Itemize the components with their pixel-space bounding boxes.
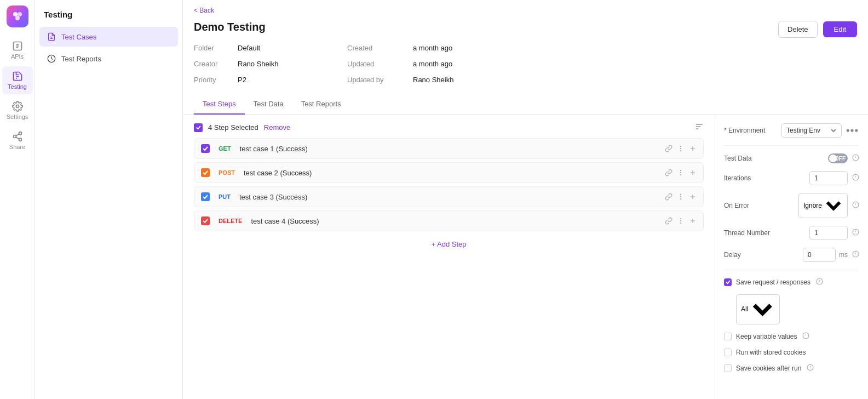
sort-icon[interactable] bbox=[695, 122, 704, 133]
step-1-link-icon[interactable] bbox=[665, 145, 672, 152]
remove-selection-link[interactable]: Remove bbox=[264, 123, 290, 132]
save-cookies-info-icon[interactable] bbox=[807, 364, 814, 373]
step-2-add-icon[interactable] bbox=[689, 169, 697, 176]
toggle-track[interactable]: OFF bbox=[828, 153, 848, 163]
step-2-link-icon[interactable] bbox=[665, 169, 672, 176]
svg-point-25 bbox=[680, 175, 681, 175]
test-reports-label: Test Reports bbox=[61, 55, 101, 63]
on-error-select[interactable]: Ignore bbox=[798, 193, 848, 218]
thread-number-row: Thread Number bbox=[724, 226, 859, 240]
environment-label: * Environment bbox=[724, 127, 773, 134]
save-all-select[interactable]: All bbox=[736, 294, 780, 324]
header-actions: Delete Edit bbox=[778, 21, 857, 38]
back-link[interactable]: < Back bbox=[194, 7, 857, 14]
step-4-link-icon[interactable] bbox=[665, 217, 672, 225]
app-logo bbox=[7, 5, 28, 27]
tab-test-data[interactable]: Test Data bbox=[245, 94, 292, 115]
thread-number-label: Thread Number bbox=[724, 229, 773, 237]
tab-test-steps[interactable]: Test Steps bbox=[194, 94, 245, 115]
test-data-info-icon[interactable] bbox=[852, 154, 859, 163]
iterations-info-icon[interactable] bbox=[852, 174, 859, 183]
thread-number-input[interactable] bbox=[809, 226, 848, 240]
delay-control: ms bbox=[778, 248, 859, 262]
step-4-method: DELETE bbox=[215, 216, 245, 225]
sidebar-item-apis[interactable]: APIs bbox=[2, 36, 33, 64]
step-4-checkbox[interactable] bbox=[201, 216, 210, 225]
sidebar-item-test-reports[interactable]: Test Reports bbox=[39, 49, 178, 69]
sidebar-item-test-cases[interactable]: Test Cases bbox=[39, 27, 178, 47]
step-3-name: test case 3 (Success) bbox=[239, 193, 659, 201]
step-4-more-icon[interactable] bbox=[677, 217, 685, 225]
environment-select[interactable]: Testing Env bbox=[781, 123, 842, 138]
delay-label: Delay bbox=[724, 251, 773, 259]
delay-input-group: ms bbox=[803, 248, 859, 262]
svg-point-39 bbox=[850, 129, 853, 132]
iterations-input[interactable] bbox=[809, 171, 848, 185]
on-error-info-icon[interactable] bbox=[852, 201, 859, 210]
step-3-add-icon[interactable] bbox=[689, 193, 697, 201]
step-3-link-icon[interactable] bbox=[665, 193, 672, 201]
svg-point-33 bbox=[680, 218, 681, 219]
right-panel: * Environment Testing Env Test Dat bbox=[715, 115, 868, 399]
on-error-control: Ignore bbox=[778, 193, 859, 218]
svg-point-20 bbox=[680, 151, 681, 151]
add-step-button[interactable]: + Add Step bbox=[194, 235, 704, 254]
delete-button[interactable]: Delete bbox=[778, 21, 818, 38]
edit-button[interactable]: Edit bbox=[823, 21, 857, 37]
table-row: GET test case 1 (Success) bbox=[194, 138, 704, 159]
keep-variable-checkbox[interactable] bbox=[724, 333, 732, 340]
iterations-row: Iterations bbox=[724, 171, 859, 185]
sidebar-item-testing[interactable]: Testing bbox=[2, 66, 33, 94]
created-label: Created bbox=[347, 42, 413, 54]
step-3-method: PUT bbox=[215, 192, 234, 201]
top-bar: < Back bbox=[183, 0, 868, 21]
thread-number-info-icon[interactable] bbox=[852, 229, 859, 237]
select-all-checkbox[interactable] bbox=[194, 123, 203, 132]
on-error-row: On Error Ignore bbox=[724, 193, 859, 218]
step-2-checkbox[interactable] bbox=[201, 168, 210, 177]
updated-label: Updated bbox=[347, 58, 413, 70]
step-1-more-icon[interactable] bbox=[677, 145, 685, 152]
table-row: PUT test case 3 (Success) bbox=[194, 186, 704, 207]
tab-test-reports[interactable]: Test Reports bbox=[292, 94, 350, 115]
environment-value: Testing Env bbox=[786, 127, 827, 134]
svg-point-0 bbox=[13, 12, 18, 16]
settings-label: Settings bbox=[7, 113, 28, 120]
keep-variable-row: Keep variable values bbox=[724, 332, 859, 341]
step-1-checkbox[interactable] bbox=[201, 144, 210, 153]
selection-count: 4 Step Selected bbox=[208, 123, 258, 132]
share-label: Share bbox=[9, 144, 25, 150]
step-1-actions bbox=[665, 145, 697, 152]
save-request-info-icon[interactable] bbox=[816, 278, 823, 287]
step-2-more-icon[interactable] bbox=[677, 169, 685, 176]
step-3-checkbox[interactable] bbox=[201, 192, 210, 201]
selection-bar: 4 Step Selected Remove bbox=[194, 122, 704, 133]
save-request-checkbox[interactable] bbox=[724, 278, 732, 286]
keep-variable-info-icon[interactable] bbox=[802, 332, 809, 341]
step-4-add-icon[interactable] bbox=[689, 217, 697, 225]
step-3-more-icon[interactable] bbox=[677, 193, 685, 201]
step-1-method: GET bbox=[215, 144, 234, 153]
sidebar-item-share[interactable]: Share bbox=[2, 127, 33, 155]
priority-value: P2 bbox=[238, 74, 347, 86]
svg-point-38 bbox=[847, 129, 849, 132]
run-cookies-row: Run with stored cookies bbox=[724, 349, 859, 356]
test-data-toggle[interactable]: OFF bbox=[828, 153, 848, 163]
add-step-label: + Add Step bbox=[432, 240, 467, 248]
test-cases-label: Test Cases bbox=[61, 33, 96, 41]
sidebar-item-settings[interactable]: Settings bbox=[2, 96, 33, 124]
delay-input[interactable] bbox=[803, 248, 836, 262]
iterations-control bbox=[778, 171, 859, 185]
iterations-label: Iterations bbox=[724, 174, 773, 182]
keep-variable-label: Keep variable values bbox=[736, 333, 797, 340]
meta-section: Folder Default Created a month ago Creat… bbox=[183, 42, 868, 94]
delay-info-icon[interactable] bbox=[852, 250, 859, 259]
run-cookies-checkbox[interactable] bbox=[724, 349, 732, 356]
test-data-label: Test Data bbox=[724, 155, 773, 162]
updated-by-label: Updated by bbox=[347, 74, 413, 86]
svg-line-10 bbox=[16, 137, 19, 139]
step-1-add-icon[interactable] bbox=[689, 145, 697, 152]
sidebar-title: Testing bbox=[35, 0, 182, 26]
environment-menu-button[interactable] bbox=[845, 123, 859, 138]
save-cookies-checkbox[interactable] bbox=[724, 364, 732, 372]
